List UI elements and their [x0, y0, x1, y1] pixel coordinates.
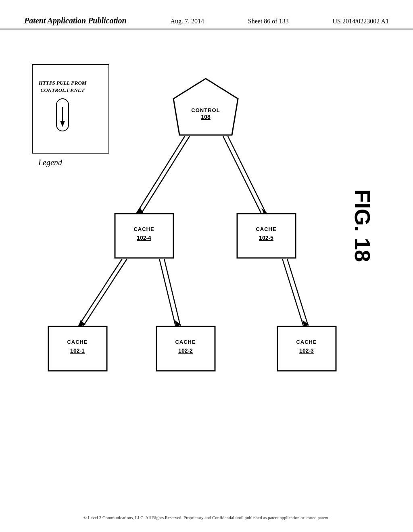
cache2-sublabel: 102-2 — [178, 347, 193, 354]
footer: © Level 3 Communications, LLC. All Right… — [0, 515, 413, 520]
diagram-svg: HTTPS PULL FROM CONTROL.FP.NET Legend FI… — [0, 32, 413, 516]
cache4-to-cache1-line2 — [83, 259, 127, 326]
cache4-label: CACHE — [133, 226, 154, 232]
cache2-label: CACHE — [175, 339, 196, 345]
sheet-info: Sheet 86 of 133 — [248, 18, 289, 25]
cache1-sublabel: 102-1 — [70, 347, 85, 354]
cache4-sublabel: 102-4 — [137, 235, 151, 241]
cache5-label: CACHE — [256, 226, 276, 232]
footer-text: © Level 3 Communications, LLC. All Right… — [83, 515, 330, 520]
ctrl-to-cache4-line1 — [136, 136, 185, 214]
legend-box — [32, 64, 109, 153]
header: Patent Application Publication Aug. 7, 2… — [0, 0, 413, 29]
fig-label: FIG. 18 — [350, 189, 375, 262]
ctrl-to-cache4-line2 — [141, 136, 190, 214]
control-label: CONTROL — [191, 107, 220, 113]
ctrl-to-cache5-line1 — [223, 136, 261, 214]
legend-arrow-head — [60, 121, 65, 127]
cache3-sublabel: 102-3 — [299, 347, 314, 354]
control-sublabel: 108 — [201, 114, 211, 120]
cache4-to-cache1-line1 — [79, 259, 122, 326]
cache4-to-cache2-line2 — [164, 259, 180, 326]
page: Patent Application Publication Aug. 7, 2… — [0, 0, 413, 532]
legend-label: Legend — [38, 158, 63, 167]
cache3-label: CACHE — [296, 339, 317, 345]
legend-https-text2: CONTROL.FP.NET — [41, 87, 85, 93]
cache5-to-cache3-line1 — [282, 259, 303, 326]
legend-https-text: HTTPS PULL FROM — [38, 80, 87, 86]
control-node — [173, 79, 238, 135]
cache5-sublabel: 102-5 — [259, 235, 273, 241]
publication-title: Patent Application Publication — [24, 16, 127, 25]
publication-date: Aug. 7, 2014 — [170, 18, 204, 25]
cache5-to-cache3-line2 — [287, 259, 308, 326]
cache4-to-cache2-line1 — [159, 259, 175, 326]
ctrl-to-cache5-line2 — [228, 136, 266, 214]
cache1-label: CACHE — [67, 339, 88, 345]
patent-number: US 2014/0223002 A1 — [332, 18, 389, 25]
